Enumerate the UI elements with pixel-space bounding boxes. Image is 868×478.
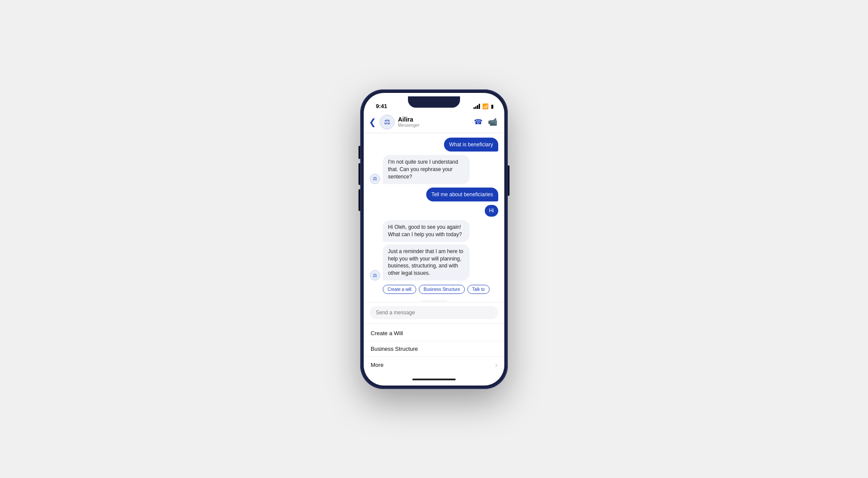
menu-item-label: More — [371, 362, 384, 368]
phone-body: 9:41 📶 ▮ ❮ ⚖ — [360, 89, 508, 389]
separator — [421, 301, 447, 301]
input-area — [364, 302, 504, 323]
message-row: ⚖ Hi Oleh, good to see you again! What c… — [370, 220, 498, 280]
signal-icon — [473, 104, 480, 109]
message-input[interactable] — [370, 306, 498, 319]
bot-avatar: ⚖ — [370, 174, 380, 184]
home-indicator — [364, 373, 504, 386]
notch — [408, 96, 460, 108]
back-button[interactable]: ❮ — [369, 117, 376, 127]
sent-bubble: What is beneficiary — [444, 138, 498, 152]
message-text: Hi Oleh, good to see you again! What can… — [388, 224, 462, 237]
bot-scales-icon: ⚖ — [373, 273, 377, 278]
sent-bubble-small: Hi — [485, 205, 498, 217]
phone-screen: 9:41 📶 ▮ ❮ ⚖ — [364, 93, 504, 386]
quick-reply-chips: Create a will Business Structure Talk to — [370, 285, 498, 294]
received-bubble: Just a reminder that I am here to help y… — [383, 244, 470, 280]
chevron-right-icon: › — [495, 361, 497, 369]
message-row: What is beneficiary — [370, 138, 498, 152]
message-text: I'm not quite sure I understand that. Ca… — [388, 159, 458, 180]
menu-item-more[interactable]: More › — [364, 357, 504, 373]
chip-create-will[interactable]: Create a will — [383, 285, 416, 294]
sent-bubble: Tell me about beneficiaries — [426, 188, 498, 202]
bot-scales-icon: ⚖ — [373, 176, 377, 181]
avatar: ⚖ — [380, 115, 395, 129]
wifi-icon: 📶 — [482, 103, 489, 109]
message-text: Hi — [489, 208, 494, 214]
status-icons: 📶 ▮ — [473, 103, 494, 109]
message-row: Tell me about beneficiaries — [370, 188, 498, 202]
message-row: ⚖ I'm not quite sure I understand that. … — [370, 155, 498, 184]
chip-talk-to[interactable]: Talk to — [467, 285, 490, 294]
status-time: 9:41 — [376, 103, 387, 109]
menu-list: Create a Will Business Structure More › — [364, 323, 504, 373]
menu-item-label: Business Structure — [371, 346, 418, 352]
phone-call-button[interactable]: ☎ — [474, 118, 483, 126]
scales-icon: ⚖ — [384, 118, 390, 126]
chat-header: ❮ ⚖ Ailira Messenger ☎ 📹 — [364, 112, 504, 133]
received-bubble: Hi Oleh, good to see you again! What can… — [383, 220, 470, 242]
home-bar — [412, 379, 456, 380]
chat-name: Ailira — [398, 116, 474, 123]
message-text: What is beneficiary — [449, 142, 493, 148]
power-button[interactable] — [508, 165, 510, 196]
menu-item-label: Create a Will — [371, 330, 403, 336]
chat-subtitle: Messenger — [398, 123, 474, 128]
received-bubble: I'm not quite sure I understand that. Ca… — [383, 155, 470, 184]
menu-item-create-will[interactable]: Create a Will — [364, 326, 504, 341]
phone-frame: 9:41 📶 ▮ ❮ ⚖ — [360, 89, 508, 389]
bot-avatar: ⚖ — [370, 270, 380, 280]
header-actions: ☎ 📹 — [474, 117, 497, 127]
message-row: Hi — [370, 205, 498, 217]
chat-area: What is beneficiary ⚖ I'm not quite sure… — [364, 133, 504, 300]
message-text: Just a reminder that I am here to help y… — [388, 248, 463, 276]
header-info: Ailira Messenger — [398, 116, 474, 128]
message-text: Tell me about beneficiaries — [431, 191, 493, 198]
video-call-button[interactable]: 📹 — [488, 117, 497, 127]
chip-business-structure[interactable]: Business Structure — [419, 285, 465, 294]
battery-icon: ▮ — [491, 103, 494, 109]
menu-item-business-structure[interactable]: Business Structure — [364, 341, 504, 357]
